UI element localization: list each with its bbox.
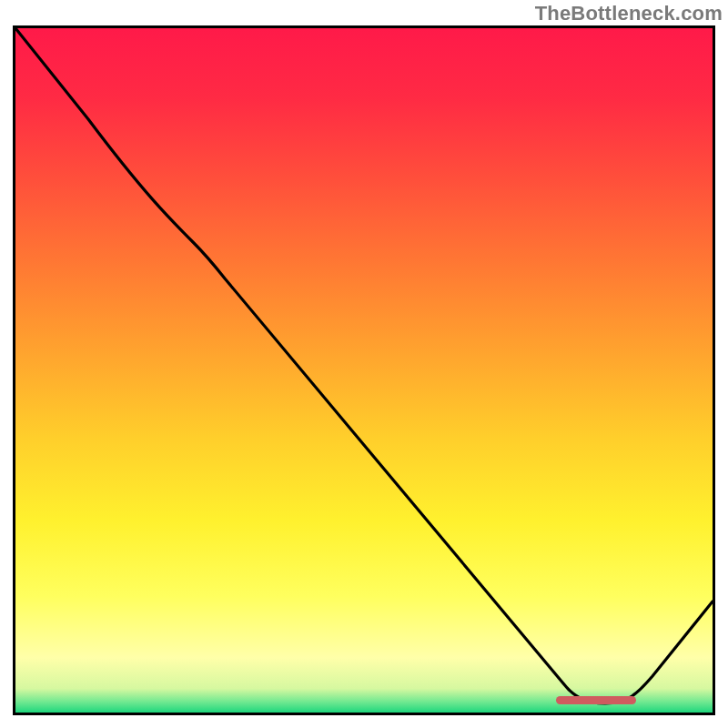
chart-frame: TheBottleneck.com [0,0,728,728]
plot-svg [15,28,713,713]
plot-area [13,25,715,715]
heat-background [15,28,713,713]
watermark-text: TheBottleneck.com [535,2,723,25]
optimal-zone-marker [556,696,636,704]
